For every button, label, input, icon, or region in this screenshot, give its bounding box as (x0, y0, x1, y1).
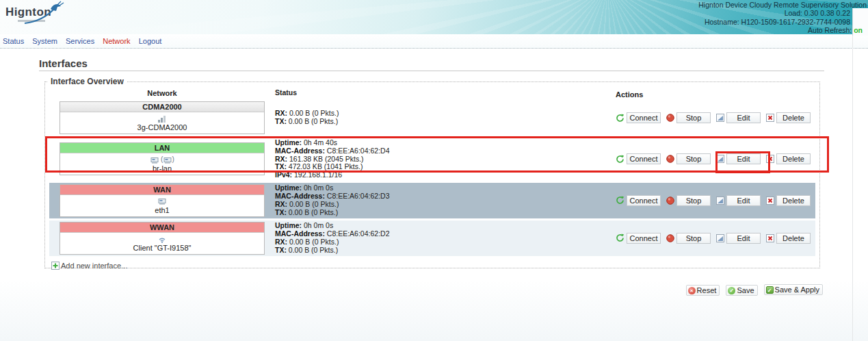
interface-name: CDMA2000 (60, 102, 264, 112)
reset-button[interactable]: × Reset (686, 285, 720, 296)
interface-row-wan: WAN eth1 Uptime: 0h 0m 0sMAC-Address: C8… (49, 183, 815, 218)
auto-refresh-label: Auto Refresh: (808, 26, 852, 34)
stop-action: Stop (666, 153, 711, 164)
page-edge-line (852, 34, 853, 341)
add-icon (51, 262, 60, 270)
stop-button[interactable]: Stop (676, 233, 711, 244)
save-apply-button[interactable]: ✓ Save & Apply (764, 284, 823, 295)
stop-button[interactable]: Stop (676, 195, 711, 206)
status-line: RX: 0.00 B (0 Pkts.) (275, 201, 611, 209)
interface-status: Uptime: 0h 4m 40sMAC-Address: C8:EE:A6:0… (275, 139, 616, 179)
delete-button[interactable]: Delete (776, 153, 811, 164)
delete-button[interactable]: Delete (776, 233, 811, 244)
nav-item-services[interactable]: Services (66, 37, 94, 45)
interface-actions: ConnectStopEditDelete (616, 153, 815, 164)
page-title: Interfaces (39, 58, 88, 69)
interface-row-wwan: WWAN Client "GT-I9158" Uptime: 0h 0m 0sM… (49, 220, 815, 256)
edit-button[interactable]: Edit (726, 112, 761, 123)
stop-action: Stop (666, 233, 711, 244)
interface-table: Network Status Actions CDMA2000 3g-CDMA2… (49, 89, 815, 270)
interface-status: RX: 0.00 B (0 Pkts.)TX: 0.00 B (0 Pkts.) (275, 110, 616, 126)
reset-icon: × (688, 287, 696, 294)
reload-icon (616, 196, 624, 205)
stop-icon (666, 196, 674, 205)
interface-name: WAN (60, 185, 264, 195)
delete-icon (765, 114, 774, 123)
delete-action: Delete (765, 195, 811, 206)
connect-button[interactable]: Connect (627, 153, 661, 164)
connect-action: Connect (616, 153, 661, 164)
delete-action: Delete (765, 233, 811, 244)
column-header-network: Network (49, 89, 275, 99)
stop-button[interactable]: Stop (676, 112, 711, 123)
status-line: RX: 0.00 B (0 Pkts.) (275, 238, 611, 247)
ethernet-adapter-icon (158, 197, 167, 206)
reset-label: Reset (697, 286, 717, 294)
edit-action: Edit (715, 112, 761, 123)
connect-action: Connect (616, 112, 661, 123)
hostname-line: Hostname: H120-1509-1617-2932-7744-0098 (698, 18, 868, 26)
connect-action: Connect (616, 195, 661, 206)
delete-action: Delete (765, 153, 811, 164)
brand-logo: Hignton (5, 5, 51, 22)
logo-tagline (18, 20, 45, 22)
interface-box: CDMA2000 3g-CDMA2000 (60, 101, 265, 134)
interface-row-lan: LAN () br-lan Uptime: 0h 4m 40sMAC-Addre… (49, 138, 815, 181)
interface-icons (60, 197, 264, 205)
delete-icon (765, 196, 774, 205)
title-divider (39, 71, 824, 71)
interface-box: WAN eth1 (60, 184, 265, 217)
save-button[interactable]: ✓ Save (726, 285, 757, 296)
edit-action: Edit (715, 195, 761, 206)
status-line: TX: 0.00 B (0 Pkts.) (275, 247, 611, 255)
add-new-interface-link[interactable]: Add new interface... (51, 262, 815, 270)
status-line: MAC-Address: C8:EE:A6:04:62:D4 (275, 147, 611, 155)
signal-3g-icon (158, 114, 167, 123)
interface-name: WWAN (60, 223, 264, 233)
interface-name: LAN (60, 143, 264, 153)
stop-button[interactable]: Stop (676, 153, 711, 164)
interface-row-cdma2000: CDMA2000 3g-CDMA2000 RX: 0.00 B (0 Pkts.… (49, 100, 815, 136)
edit-icon (715, 155, 724, 164)
connect-button[interactable]: Connect (627, 112, 661, 123)
nav-item-network[interactable]: Network (103, 37, 130, 45)
interface-actions: ConnectStopEditDelete (616, 112, 815, 123)
delete-icon (765, 233, 774, 242)
table-header-row: Network Status Actions (49, 89, 815, 99)
auto-refresh-toggle[interactable]: on (854, 26, 863, 34)
interface-icons (60, 234, 264, 243)
reload-icon (616, 114, 624, 123)
edit-icon (715, 196, 724, 205)
connect-button[interactable]: Connect (627, 195, 661, 206)
interface-box: WWAN Client "GT-I9158" (60, 222, 265, 255)
edit-button[interactable]: Edit (726, 153, 761, 164)
delete-icon (765, 155, 774, 164)
delete-button[interactable]: Delete (776, 112, 811, 123)
load-line: Load: 0.30 0.38 0.22 (698, 9, 868, 17)
main-nav: Status System Services Network Logout (0, 34, 868, 49)
delete-action: Delete (765, 112, 811, 123)
edit-button[interactable]: Edit (726, 233, 761, 244)
delete-button[interactable]: Delete (776, 195, 811, 206)
device-info-block: Hignton Device Cloudy Remote Supervisory… (698, 1, 868, 34)
top-banner: Hignton Hignton Device Cloudy Remote Sup… (0, 0, 868, 34)
nav-item-status[interactable]: Status (3, 37, 24, 45)
interface-box: LAN () br-lan (60, 142, 265, 175)
stop-icon (666, 155, 674, 164)
connect-button[interactable]: Connect (627, 233, 661, 244)
stop-action: Stop (666, 112, 711, 123)
nav-item-system[interactable]: System (32, 37, 57, 45)
form-footer-actions: × Reset ✓ Save ✓ Save & Apply (44, 284, 823, 296)
interface-device: 3g-CDMA2000 (60, 123, 264, 131)
edit-icon (715, 114, 724, 123)
edit-button[interactable]: Edit (726, 195, 761, 206)
interface-overview-panel: Interface Overview Network Status Action… (44, 77, 820, 268)
interface-actions: ConnectStopEditDelete (616, 233, 815, 244)
interface-device: Client "GT-I9158" (60, 244, 264, 252)
save-apply-label: Save & Apply (775, 286, 819, 294)
edit-icon (715, 233, 724, 242)
interface-actions: ConnectStopEditDelete (616, 195, 815, 206)
wifi-icon (158, 235, 167, 244)
interface-status: Uptime: 0h 0m 0sMAC-Address: C8:EE:A6:04… (275, 184, 616, 216)
nav-item-logout[interactable]: Logout (139, 37, 162, 45)
